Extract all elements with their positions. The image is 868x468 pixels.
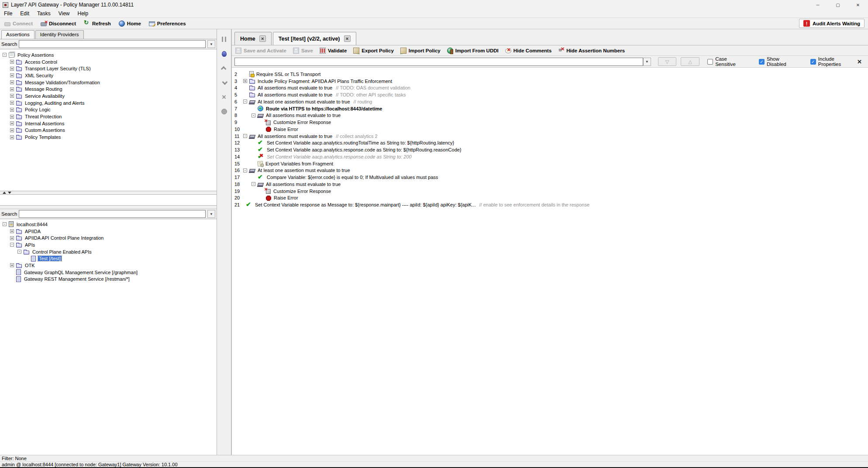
expand-toggle[interactable]: + [10,67,14,71]
splitter-down-icon[interactable] [8,192,11,194]
tree-item-logging-auditing[interactable]: + Logging, Auditing and Alerts [0,100,217,107]
expand-toggle[interactable]: + [10,236,14,240]
splitter-icon[interactable] [219,35,229,43]
tree-item-internal-assertions[interactable]: + Internal Assertions [0,120,217,127]
expand-toggle[interactable]: + [10,101,14,105]
expand-toggle[interactable]: + [10,94,14,98]
tree-item-message-routing[interactable]: + Message Routing [0,86,217,93]
splitter-up-icon[interactable] [3,192,6,194]
policy-row[interactable]: 4 All assertions must evaluate to true /… [232,85,868,92]
policy-row[interactable]: 20 Raise Error [232,195,868,202]
policy-row[interactable]: 15 Export Variables from Fragment [232,160,868,167]
filter-previous-button[interactable]: △ [681,57,699,66]
collapse-toggle[interactable]: - [243,100,247,103]
expand-toggle[interactable]: + [10,80,14,84]
save-and-activate-button[interactable]: Save and Activate [235,48,286,54]
assertion-info-icon[interactable] [219,50,229,58]
expand-toggle[interactable]: + [10,87,14,91]
collapse-toggle[interactable]: - [243,134,247,138]
expand-toggle[interactable]: + [243,79,247,83]
tree-item-xml-security[interactable]: + XML Security [0,72,217,79]
move-up-icon[interactable] [219,64,229,72]
include-properties-checkbox[interactable] [810,59,816,65]
expand-toggle[interactable]: + [10,121,14,125]
close-search-icon[interactable]: ✕ [857,58,862,65]
menu-help[interactable]: Help [74,10,93,17]
audit-alerts-button[interactable]: Audit Alerts Waiting [799,19,865,28]
collapse-toggle[interactable]: - [17,250,21,254]
close-button[interactable]: ✕ [848,0,868,10]
expand-toggle[interactable]: + [10,73,14,77]
policy-row[interactable]: 17 Compare Variable: ${error.code} is eq… [232,174,868,181]
hide-comments-button[interactable]: Hide Comments [505,48,552,53]
expand-toggle[interactable]: + [10,108,14,112]
delete-assertion-icon[interactable]: ✕ [219,93,229,101]
tree-item-gateway-node[interactable]: - localhost:8444 [0,221,217,228]
policy-row[interactable]: 12 Set Context Variable aacp.analytics.r… [232,140,868,147]
policy-row[interactable]: 10 Raise Error [232,126,868,133]
expand-toggle[interactable]: + [10,263,14,267]
close-tab-icon[interactable]: ✕ [344,35,351,42]
policy-row[interactable]: 9 Customize Error Response [232,119,868,126]
close-tab-icon[interactable]: ✕ [259,35,266,42]
disconnect-button[interactable]: Disconnect [39,20,78,27]
tree-item-custom-assertions[interactable]: + Custom Assertions [0,127,217,134]
import-from-uddi-button[interactable]: Import From UDDI [447,48,499,54]
menu-file[interactable]: File [0,10,16,17]
tab-identity-providers[interactable]: Identity Providers [35,30,84,39]
filter-next-button[interactable]: ▽ [658,57,677,66]
refresh-button[interactable]: Refresh [82,20,113,28]
hide-assertion-numbers-button[interactable]: Hide Assertion Numbers [558,48,625,54]
tree-item-graphman-service[interactable]: Gateway GraphQL Management Service [/gra… [0,269,217,276]
minimize-button[interactable]: ─ [808,0,828,10]
tree-item-apis[interactable]: - APIs [0,241,217,248]
tree-item-threat-protection[interactable]: + Threat Protection [0,113,217,120]
expand-toggle[interactable]: + [10,229,14,233]
validate-button[interactable]: Validate [320,48,347,54]
search-history-dropdown[interactable]: ▼ [643,58,651,66]
policy-row[interactable]: 21 Set Context Variable response as Mess… [232,201,868,208]
menu-edit[interactable]: Edit [16,10,33,17]
collapse-toggle[interactable]: - [10,243,14,247]
collapse-toggle[interactable]: - [251,114,255,117]
move-down-icon[interactable] [219,79,229,86]
tab-home[interactable]: Home ✕ [234,32,272,45]
policy-row[interactable]: 19 Customize Error Response [232,188,868,195]
tree-item-apiida[interactable]: + APIIDA [0,228,217,235]
connect-button[interactable]: Connect [3,20,34,27]
tree-item-apiida-control-plane[interactable]: + APIIDA API Control Plane Integration [0,234,217,241]
collapse-toggle[interactable]: - [3,53,7,57]
tab-assertions[interactable]: Assertions [1,30,34,39]
services-search-input[interactable] [19,210,206,218]
policy-row[interactable]: 5 All assertions must evaluate to true /… [232,91,868,98]
maximize-button[interactable]: ▢ [828,0,848,10]
search-dropdown-button[interactable]: ▼ [207,210,215,218]
tree-item-control-plane-enabled-apis[interactable]: - Control Plane Enabled APIs [0,248,217,255]
policy-row[interactable]: 16 - At least one assertion must evaluat… [232,167,868,174]
tree-item-restman-service[interactable]: Gateway REST Management Service [/restma… [0,276,217,283]
menu-view[interactable]: View [55,10,74,17]
policy-row[interactable]: 11 - All assertions must evaluate to tru… [232,133,868,140]
collapse-toggle[interactable]: - [3,222,7,226]
tree-item-policy-templates[interactable]: + Policy Templates [0,134,217,141]
menu-tasks[interactable]: Tasks [33,10,55,17]
policy-row[interactable]: 8 - All assertions must evaluate to true [232,112,868,119]
show-disabled-checkbox[interactable] [759,59,765,65]
show-disabled-option[interactable]: Show Disabled [759,56,799,67]
policy-row[interactable]: 18 - All assertions must evaluate to tru… [232,181,868,188]
collapse-toggle[interactable]: - [243,169,247,172]
tree-item-policy-assertions[interactable]: - Policy Assertions [0,52,217,58]
policy-row[interactable]: 3 + Include Policy Fragment: APIIDA API … [232,78,868,85]
export-policy-button[interactable]: Export Policy [353,48,394,54]
expand-toggle[interactable]: + [10,60,14,64]
save-button[interactable]: Save [293,48,313,54]
expand-toggle[interactable]: + [10,115,14,119]
tree-item-tls[interactable]: + Transport Layer Security (TLS) [0,65,217,72]
search-dropdown-button[interactable]: ▼ [207,40,215,48]
case-sensitive-option[interactable]: Case Sensitive [707,56,747,67]
tree-item-otk[interactable]: + OTK [0,262,217,269]
home-button[interactable]: Home [117,20,143,28]
policy-row[interactable]: 13 Set Context Variable aacp.analytics.r… [232,146,868,153]
policy-row-disabled[interactable]: 14 Set Context Variable aacp.analytics.r… [232,153,868,160]
tab-test-policy[interactable]: Test [/test] (v2/2, active) ✕ [273,32,356,45]
